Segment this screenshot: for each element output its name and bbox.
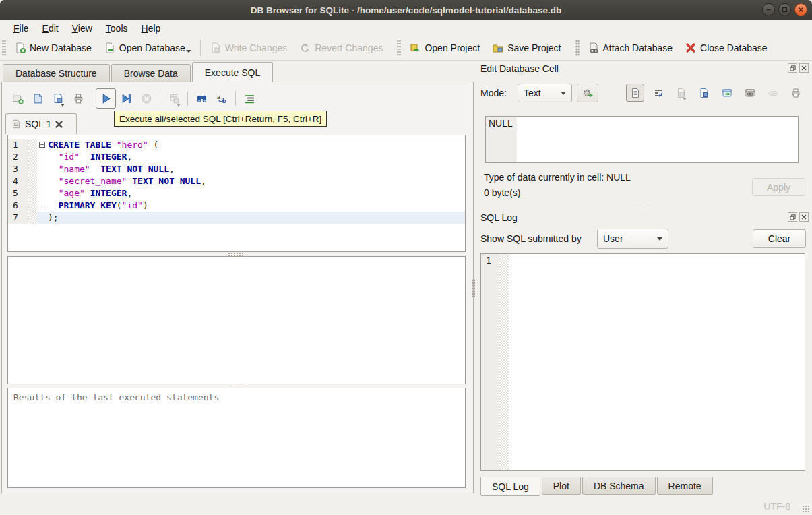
save-file-dropdown-caret[interactable] bbox=[61, 104, 65, 107]
code-line-3: 3 "name" TEXT NOT NULL, bbox=[8, 163, 465, 175]
toolbar-separator bbox=[200, 40, 201, 56]
open-file-icon bbox=[32, 93, 44, 104]
print-sql-button[interactable] bbox=[68, 88, 88, 109]
save-file-icon bbox=[53, 93, 64, 104]
menu-file[interactable]: File bbox=[7, 22, 36, 35]
import-data-button[interactable] bbox=[672, 84, 690, 102]
new-sql-tab-button[interactable] bbox=[7, 88, 28, 109]
line-number: 6 bbox=[8, 200, 28, 212]
float-panel-button[interactable] bbox=[788, 63, 797, 73]
close-database-button[interactable]: Close Database bbox=[679, 39, 774, 57]
sql-toolbar-separator bbox=[92, 91, 92, 106]
import-icon bbox=[676, 88, 687, 98]
tab-plot[interactable]: Plot bbox=[542, 477, 581, 495]
tab-execute-sql[interactable]: Execute SQL bbox=[192, 62, 274, 82]
maximize-button[interactable] bbox=[778, 3, 791, 16]
resize-grip[interactable] bbox=[802, 505, 810, 513]
revert-changes-label: Revert Changes bbox=[315, 42, 383, 53]
text-mode-button[interactable] bbox=[626, 84, 644, 102]
cell-mode-row: Mode: Text bbox=[476, 82, 811, 104]
cell-value-editor[interactable]: NULL bbox=[485, 116, 799, 163]
results-grid-panel[interactable] bbox=[7, 256, 466, 384]
open-database-button[interactable]: Open Database bbox=[98, 39, 197, 57]
set-null-button[interactable] bbox=[763, 84, 782, 102]
titlebar[interactable]: DB Browser for SQLite - /home/user/code/… bbox=[0, 0, 812, 20]
import-dropdown-caret[interactable] bbox=[683, 98, 687, 100]
tab-sql-log[interactable]: SQL Log bbox=[480, 477, 540, 496]
null-slider-icon bbox=[768, 88, 778, 98]
tab-browse-data[interactable]: Browse Data bbox=[111, 64, 191, 82]
auto-format-button[interactable] bbox=[577, 84, 598, 102]
editor-margin bbox=[28, 175, 37, 187]
editor-margin bbox=[28, 163, 37, 175]
sql-log-view[interactable]: 1 bbox=[480, 253, 805, 471]
new-database-button[interactable]: New Database bbox=[8, 39, 98, 57]
close-database-icon bbox=[685, 42, 697, 54]
menu-help[interactable]: Help bbox=[135, 22, 168, 35]
new-database-icon bbox=[14, 42, 26, 54]
close-window-button[interactable] bbox=[794, 3, 807, 16]
dock-splitter[interactable] bbox=[476, 205, 811, 208]
menu-edit[interactable]: Edit bbox=[36, 22, 65, 35]
play-icon bbox=[100, 93, 112, 104]
minimize-button[interactable] bbox=[762, 3, 775, 16]
clear-log-button[interactable]: Clear bbox=[753, 229, 806, 248]
editor-margin bbox=[28, 139, 37, 151]
word-wrap-button[interactable] bbox=[649, 84, 667, 102]
find-button[interactable] bbox=[191, 88, 212, 109]
close-panel-button[interactable] bbox=[799, 212, 809, 222]
menu-view[interactable]: View bbox=[65, 22, 99, 35]
attach-database-button[interactable]: Attach Database bbox=[582, 39, 679, 57]
tab-db-schema[interactable]: DB Schema bbox=[582, 477, 656, 495]
open-external-button[interactable] bbox=[718, 84, 736, 102]
splitter-handle-icon bbox=[635, 205, 653, 208]
stop-icon bbox=[141, 93, 152, 104]
execution-results-panel[interactable]: Results of the last executed statements bbox=[7, 388, 466, 488]
close-panel-button[interactable] bbox=[799, 63, 809, 73]
code-line-4: 4 "secret_name" TEXT NOT NULL, bbox=[8, 175, 465, 187]
write-changes-button[interactable]: Write Changes bbox=[204, 39, 293, 57]
export-data-button[interactable] bbox=[695, 84, 713, 102]
sql-toolbar-separator bbox=[160, 91, 160, 106]
menu-tools[interactable]: Tools bbox=[99, 22, 135, 35]
revert-changes-button[interactable]: Revert Changes bbox=[293, 39, 389, 57]
svg-text:a: a bbox=[217, 93, 221, 100]
tab-database-structure[interactable]: Database Structure bbox=[3, 64, 110, 82]
mode-select[interactable]: Text bbox=[518, 84, 572, 102]
save-results-dropdown-caret[interactable] bbox=[177, 104, 181, 107]
float-panel-button[interactable] bbox=[788, 212, 797, 222]
minimize-icon bbox=[766, 7, 772, 13]
open-database-dropdown-caret[interactable] bbox=[186, 50, 191, 53]
replace-button[interactable]: ab bbox=[212, 88, 232, 109]
sql-log-title: SQL Log bbox=[480, 212, 518, 223]
cell-value: NULL bbox=[489, 118, 513, 129]
tab-remote[interactable]: Remote bbox=[657, 477, 713, 495]
toolbar-drag-handle[interactable] bbox=[397, 40, 401, 56]
link-url-button[interactable] bbox=[741, 84, 759, 102]
save-sql-file-button[interactable] bbox=[48, 88, 68, 109]
mode-value: Text bbox=[524, 88, 541, 98]
editor-margin bbox=[28, 187, 37, 200]
open-project-button[interactable]: Open Project bbox=[403, 39, 486, 57]
log-filter-select[interactable]: User bbox=[597, 229, 668, 249]
editor-margin bbox=[28, 200, 37, 212]
print-cell-button[interactable] bbox=[786, 84, 805, 102]
right-dock: Edit Database Cell Mode: Text bbox=[476, 62, 811, 497]
main-vertical-splitter[interactable] bbox=[471, 82, 476, 493]
execute-current-line-button[interactable] bbox=[116, 88, 136, 109]
format-sql-button[interactable] bbox=[239, 88, 259, 109]
close-tab-icon[interactable] bbox=[55, 121, 63, 128]
open-project-icon bbox=[409, 42, 421, 54]
sql-code-editor[interactable]: 1 − CREATE TABLE "hero" ( 2 "id" INTEGER… bbox=[7, 135, 466, 252]
toolbar-drag-handle[interactable] bbox=[575, 40, 580, 56]
stop-sql-button[interactable] bbox=[136, 88, 156, 109]
save-project-button[interactable]: Save Project bbox=[486, 39, 567, 57]
fold-marker-collapse[interactable]: − bbox=[37, 139, 48, 151]
apply-button[interactable]: Apply bbox=[752, 178, 805, 196]
close-database-label: Close Database bbox=[700, 42, 768, 53]
save-results-button[interactable] bbox=[164, 88, 184, 109]
toolbar-drag-handle[interactable] bbox=[2, 40, 6, 56]
open-sql-file-button[interactable] bbox=[28, 88, 48, 109]
sql-1-tab[interactable]: SQL 1 bbox=[5, 113, 77, 134]
execute-sql-button[interactable] bbox=[96, 88, 116, 109]
